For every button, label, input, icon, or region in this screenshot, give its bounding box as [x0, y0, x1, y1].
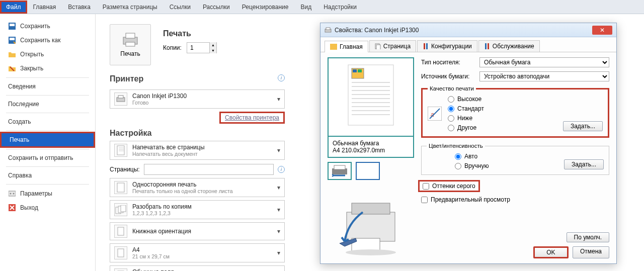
preview-thumb-page[interactable]: [356, 162, 380, 180]
sidebar-item-print[interactable]: Печать: [2, 133, 94, 146]
color-manual-radio[interactable]: Вручную: [455, 162, 489, 169]
close-icon: ✕: [600, 27, 605, 34]
sidebar-item-close[interactable]: Закрыть: [0, 61, 95, 75]
sidebar-item-save-as[interactable]: Сохранить как: [0, 33, 95, 47]
ribbon: Файл Главная Вставка Разметка страницы С…: [0, 0, 644, 14]
tab-page[interactable]: Страница: [369, 40, 416, 52]
ribbon-tab-mailings[interactable]: Рассылки: [197, 1, 236, 14]
close-button[interactable]: ✕: [592, 26, 612, 35]
sidebar-item-new[interactable]: Создать: [0, 115, 95, 128]
printer-properties-link[interactable]: Свойства принтера: [219, 112, 285, 124]
preview-checkbox-row[interactable]: Предварительный просмотр: [421, 196, 609, 203]
sidebar-label: Параметры: [20, 190, 52, 197]
margins-dropdown[interactable]: Обычные поля Левое: 3 см Правое: 1,5 см …: [110, 265, 285, 271]
svg-rect-5: [9, 191, 16, 196]
info-icon[interactable]: i: [278, 166, 285, 173]
sidebar-item-save[interactable]: Сохранить: [0, 19, 95, 33]
paper-source-label: Источник бумаги:: [421, 73, 475, 80]
tab-page-icon: [375, 43, 381, 49]
quality-standard-radio[interactable]: Стандарт: [448, 105, 484, 112]
sidebar-label: Закрыть: [20, 65, 43, 72]
svg-rect-33: [424, 43, 425, 49]
svg-rect-40: [358, 69, 362, 72]
ribbon-tab-file[interactable]: Файл: [0, 1, 27, 14]
sidebar-item-help[interactable]: Справка: [0, 169, 95, 182]
defaults-button[interactable]: По умолч.: [567, 232, 609, 242]
preview-label: Предварительный просмотр: [431, 196, 510, 203]
options-icon: [8, 190, 16, 198]
tab-maintenance[interactable]: Обслуживание: [478, 40, 540, 52]
preview-checkbox[interactable]: [421, 197, 428, 203]
preview-media-text: Обычная бумага: [333, 140, 409, 147]
chevron-down-icon: ▾: [277, 228, 280, 235]
cancel-button[interactable]: Отмена: [573, 246, 609, 258]
printer-dropdown[interactable]: Canon Inkjet iP1300 Готово ▾: [110, 89, 285, 109]
quality-low-radio[interactable]: Ниже: [448, 115, 484, 122]
dialog-title: Свойства: Canon Inkjet iP1300: [335, 27, 589, 34]
dialog-titlebar[interactable]: Свойства: Canon Inkjet iP1300 ✕: [320, 23, 616, 37]
media-type-label: Тип носителя:: [421, 59, 475, 66]
dialog-tabbar: Главная Страница Конфигурации Обслуживан…: [320, 37, 616, 52]
svg-rect-35: [485, 43, 487, 49]
grayscale-checkbox[interactable]: [423, 183, 429, 190]
print-section-heading: Печать: [163, 29, 217, 38]
svg-rect-32: [376, 45, 380, 49]
media-type-select[interactable]: Обычная бумага: [479, 57, 609, 67]
quality-set-button[interactable]: Задать...: [563, 121, 603, 131]
sidebar-item-save-send[interactable]: Сохранить и отправить: [0, 151, 95, 164]
quality-legend: Качество печати: [428, 85, 476, 92]
ribbon-tab-home[interactable]: Главная: [27, 1, 62, 14]
tab-main[interactable]: Главная: [325, 41, 368, 52]
exit-icon: [8, 204, 16, 212]
sidebar-item-open[interactable]: Открыть: [0, 47, 95, 61]
paper-source-select[interactable]: Устройство автоподачи: [479, 71, 609, 81]
sides-dropdown[interactable]: Односторонняя печать Печатать только на …: [110, 178, 285, 197]
tab-config[interactable]: Конфигурации: [417, 40, 477, 52]
quality-high-radio[interactable]: Высокое: [448, 96, 484, 103]
ribbon-tab-addins[interactable]: Надстройки: [317, 1, 363, 14]
collate-dropdown[interactable]: Разобрать по копиям 1,2,3 1,2,3 1,2,3 ▾: [110, 200, 285, 219]
chevron-down-icon: ▾: [277, 147, 280, 154]
ribbon-tab-view[interactable]: Вид: [294, 1, 317, 14]
svg-rect-1: [10, 24, 15, 26]
sidebar-item-options[interactable]: Параметры: [0, 187, 95, 201]
ribbon-tab-links[interactable]: Ссылки: [164, 1, 197, 14]
quality-other-radio[interactable]: Другое: [448, 124, 484, 131]
quality-fieldset: Качество печати a Высокое Стандарт Ниже …: [421, 85, 609, 138]
tab-main-icon: [330, 44, 337, 50]
svg-rect-29: [326, 28, 330, 30]
sidebar-label: Сохранить: [20, 23, 50, 30]
orientation-dropdown[interactable]: Книжная ориентация ▾: [110, 222, 285, 240]
print-range-dropdown[interactable]: Напечатать все страницы Напечатать весь …: [110, 141, 285, 160]
paper-size-dropdown[interactable]: A4 21 см x 29,7 см ▾: [110, 243, 285, 262]
sidebar-item-recent[interactable]: Последние: [0, 98, 95, 111]
margins-icon: [114, 268, 127, 271]
ribbon-tab-insert[interactable]: Вставка: [62, 1, 97, 14]
stepper-down-icon[interactable]: ▼: [209, 48, 216, 53]
info-icon[interactable]: i: [278, 74, 285, 81]
color-auto-radio[interactable]: Авто: [455, 153, 489, 160]
svg-point-6: [10, 193, 12, 195]
stepper-up-icon[interactable]: ▲: [209, 42, 216, 48]
grayscale-checkbox-row[interactable]: Оттенки серого: [418, 180, 480, 192]
save-as-icon: [8, 36, 16, 44]
sidebar-item-info[interactable]: Сведения: [0, 80, 95, 93]
chevron-down-icon: ▾: [277, 96, 280, 103]
color-set-button[interactable]: Задать...: [564, 159, 604, 169]
collate-icon: [114, 203, 127, 216]
color-legend: Цвет/интенсивность: [427, 143, 485, 149]
paper-icon: [114, 246, 127, 259]
ribbon-tab-layout[interactable]: Разметка страницы: [97, 1, 164, 14]
sidebar-item-exit[interactable]: Выход: [0, 201, 95, 215]
pages-input[interactable]: [144, 164, 274, 175]
ok-button[interactable]: OK: [533, 246, 569, 258]
svg-rect-52: [347, 212, 395, 241]
ribbon-tab-review[interactable]: Рецензирование: [236, 1, 295, 14]
print-button[interactable]: Печать: [110, 24, 151, 65]
svg-rect-51: [334, 165, 345, 169]
preview-thumb-printer[interactable]: [328, 162, 352, 180]
preview-size-text: A4 210.0x297.0mm: [333, 147, 409, 154]
copies-stepper[interactable]: ▲ ▼: [187, 42, 217, 53]
printer-name: Canon Inkjet iP1300: [132, 93, 277, 100]
copies-input[interactable]: [187, 43, 209, 53]
